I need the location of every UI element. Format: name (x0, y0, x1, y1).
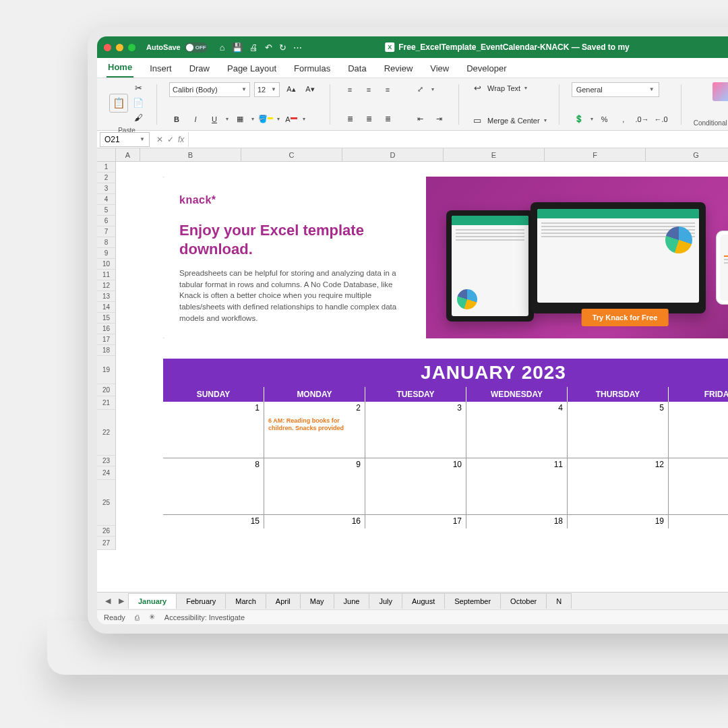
row-header[interactable]: 13 (97, 291, 115, 302)
column-headers[interactable]: ABCDEFG (116, 148, 728, 162)
close-window-icon[interactable] (104, 44, 111, 51)
calendar-day-number[interactable]: 18 (466, 515, 568, 528)
align-center-icon[interactable]: ≣ (361, 112, 376, 127)
calendar-day-number[interactable]: 11 (466, 458, 568, 472)
redo-icon[interactable]: ↻ (279, 42, 286, 53)
bold-button[interactable]: B (169, 112, 184, 127)
row-header[interactable]: 1 (97, 162, 115, 173)
calendar-day-cell[interactable] (466, 415, 568, 458)
col-header-B[interactable]: B (140, 148, 241, 162)
sheet-tab-n[interactable]: N (546, 593, 572, 609)
row-header[interactable]: 8 (97, 237, 115, 248)
tab-insert[interactable]: Insert (148, 59, 173, 78)
calendar-day-cell[interactable] (365, 472, 466, 515)
col-header-D[interactable]: D (342, 148, 444, 162)
accessibility-icon[interactable]: ✳ (149, 613, 155, 621)
align-bottom-icon[interactable]: ≡ (380, 82, 395, 97)
calendar-day-number[interactable]: 4 (466, 402, 568, 415)
autosave-toggle[interactable]: AutoSave OFF (146, 42, 208, 53)
calendar-day-number[interactable]: 15 (163, 515, 264, 528)
row-header[interactable]: 11 (97, 270, 115, 280)
calendar-day-number[interactable]: 2 (264, 402, 365, 415)
format-painter-icon[interactable]: 🖌 (132, 112, 144, 124)
cut-icon[interactable]: ✂ (132, 82, 144, 94)
wrap-text-button[interactable]: ↩ Wrap Text▾ (471, 82, 527, 94)
calendar-day-cell[interactable] (163, 472, 264, 515)
tab-home[interactable]: Home (107, 58, 133, 78)
orientation-icon[interactable]: ⤢ (413, 82, 427, 97)
row-header[interactable]: 18 (97, 345, 115, 356)
increase-indent-icon[interactable]: ⇥ (431, 112, 446, 127)
col-header-A[interactable]: A (116, 148, 140, 162)
align-top-icon[interactable]: ≡ (342, 82, 357, 97)
font-color-button[interactable]: A (284, 112, 299, 127)
tab-formulas[interactable]: Formulas (293, 59, 332, 78)
row-header[interactable]: 22 (97, 410, 115, 456)
row-header[interactable]: 7 (97, 226, 115, 237)
calendar-day-cell[interactable] (568, 472, 669, 515)
calendar-day-number[interactable]: 12 (568, 458, 669, 472)
calendar-day-number[interactable]: 16 (264, 515, 365, 528)
sheet-tab-january[interactable]: January (128, 593, 177, 609)
decrease-indent-icon[interactable]: ⇤ (413, 112, 427, 127)
calendar-day-number[interactable]: 9 (264, 458, 365, 472)
sheet-tab-june[interactable]: June (334, 593, 370, 609)
align-left-icon[interactable]: ≣ (342, 112, 357, 127)
sheet-nav-next-icon[interactable]: ▶ (115, 597, 128, 605)
sheet-tab-october[interactable]: October (500, 593, 547, 609)
calendar-day-number[interactable] (669, 515, 728, 528)
row-headers[interactable]: 1234567891011121314151617181920212223242… (97, 162, 116, 550)
minimize-window-icon[interactable] (116, 44, 123, 51)
row-header[interactable]: 24 (97, 466, 115, 480)
calendar-day-number[interactable]: 8 (163, 458, 264, 472)
row-header[interactable]: 6 (97, 216, 115, 226)
number-format-select[interactable]: General▼ (572, 82, 659, 97)
maximize-window-icon[interactable] (128, 44, 135, 51)
formula-input[interactable] (188, 132, 728, 147)
undo-icon[interactable]: ↶ (265, 42, 272, 53)
calendar-day-cell[interactable] (163, 415, 264, 458)
calendar-day-number[interactable] (669, 458, 728, 472)
row-header[interactable]: 21 (97, 396, 115, 410)
row-header[interactable]: 25 (97, 480, 115, 526)
print-icon[interactable]: 🖨 (249, 42, 258, 53)
italic-button[interactable]: I (188, 112, 203, 127)
border-button[interactable]: ▦ (233, 112, 247, 127)
row-header[interactable]: 3 (97, 183, 115, 194)
sheet-tab-april[interactable]: April (266, 593, 301, 609)
tab-view[interactable]: View (429, 59, 450, 78)
calendar-day-cell[interactable] (365, 415, 466, 458)
row-header[interactable]: 12 (97, 280, 115, 291)
calendar-day-number[interactable]: 5 (568, 402, 669, 415)
increase-decimal-icon[interactable]: .0→ (635, 112, 650, 127)
calendar-grid[interactable]: 123456 AM: Reading books for children. S… (163, 402, 728, 528)
calendar-day-cell[interactable] (264, 472, 365, 515)
tab-developer[interactable]: Developer (465, 59, 508, 78)
paste-icon[interactable]: 📋 (109, 94, 128, 113)
row-header[interactable]: 16 (97, 324, 115, 334)
col-header-C[interactable]: C (241, 148, 342, 162)
col-header-G[interactable]: G (646, 148, 728, 162)
row-header[interactable]: 14 (97, 302, 115, 313)
comma-icon[interactable]: , (616, 112, 631, 127)
row-header[interactable]: 19 (97, 356, 115, 384)
tab-page-layout[interactable]: Page Layout (226, 59, 278, 78)
calendar-day-cell[interactable]: 6 AM: Reading books for children. Snacks… (264, 415, 365, 458)
font-name-select[interactable]: Calibri (Body)▼ (169, 82, 250, 97)
align-middle-icon[interactable]: ≡ (361, 82, 376, 97)
calendar-day-number[interactable]: 19 (568, 515, 669, 528)
row-header[interactable]: 15 (97, 313, 115, 324)
name-box[interactable]: O21▼ (100, 132, 150, 147)
calendar-day-number[interactable]: 17 (365, 515, 466, 528)
workbook-stats-icon[interactable]: ⎙ (135, 613, 140, 621)
row-header[interactable]: 20 (97, 384, 115, 396)
sheet-tab-march[interactable]: March (225, 593, 266, 609)
col-header-F[interactable]: F (545, 148, 646, 162)
decrease-font-icon[interactable]: A▾ (303, 82, 317, 97)
copy-icon[interactable]: 📄 (132, 97, 144, 109)
currency-icon[interactable]: 💲 (572, 112, 586, 127)
sheet-tab-february[interactable]: February (176, 593, 226, 609)
calendar-day-cell[interactable] (669, 415, 728, 458)
align-right-icon[interactable]: ≣ (380, 112, 395, 127)
font-size-select[interactable]: 12▼ (254, 82, 280, 97)
